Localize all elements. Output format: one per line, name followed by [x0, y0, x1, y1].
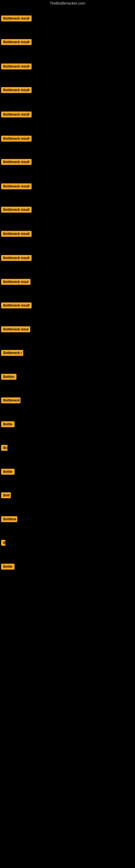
- bottleneck-result-row[interactable]: Bottleneck result: [1, 63, 32, 70]
- bottleneck-result-row[interactable]: Bottleneck result: [1, 112, 32, 119]
- bottleneck-badge[interactable]: Bottleneck result: [1, 255, 32, 261]
- bottleneck-badge[interactable]: Bottleneck result: [1, 87, 32, 93]
- bottleneck-result-row[interactable]: B: [1, 540, 5, 547]
- bottleneck-badge[interactable]: Bottleneck result: [1, 16, 32, 22]
- bottleneck-badge[interactable]: Bottleneck result: [1, 183, 32, 189]
- bottleneck-result-row[interactable]: Bottleneck result: [1, 135, 32, 143]
- bottleneck-result-row[interactable]: Bottlen: [1, 374, 16, 381]
- bottleneck-badge[interactable]: Bottleneck result: [1, 303, 32, 308]
- bottleneck-result-row[interactable]: Bottleneck r: [1, 350, 23, 357]
- bottleneck-badge[interactable]: Bottle: [1, 469, 14, 475]
- bottleneck-result-row[interactable]: Bottleneck: [1, 397, 20, 404]
- bottleneck-result-row[interactable]: Bottleneck result: [1, 39, 32, 46]
- bottleneck-badge[interactable]: Bottle: [1, 421, 14, 427]
- bottleneck-badge[interactable]: Bott: [1, 492, 11, 498]
- bottleneck-result-row[interactable]: Bottleneck result: [1, 207, 32, 214]
- bottleneck-result-row[interactable]: Bottleneck result: [1, 255, 32, 262]
- bottleneck-result-row[interactable]: Bottleneck result: [1, 231, 32, 238]
- bottleneck-badge[interactable]: Bottleneck r: [1, 350, 23, 356]
- bottleneck-badge[interactable]: Bottleneck result: [1, 112, 32, 118]
- bottleneck-badge[interactable]: Bottleneck result: [1, 231, 32, 237]
- bottleneck-result-row[interactable]: Bottle: [1, 469, 14, 476]
- bottleneck-badge[interactable]: Bottlene: [1, 516, 17, 522]
- bottleneck-badge[interactable]: B: [1, 540, 5, 546]
- bottleneck-badge[interactable]: Bottleneck: [1, 397, 20, 403]
- bottleneck-badge[interactable]: Bottlen: [1, 374, 16, 380]
- bottleneck-result-row[interactable]: Bott: [1, 492, 11, 499]
- bottleneck-result-row[interactable]: Bottleneck result: [1, 87, 32, 94]
- bottleneck-badge[interactable]: Bottleneck result: [1, 39, 32, 45]
- site-title: TheBottlenecker.com: [0, 0, 135, 6]
- bottleneck-badge[interactable]: Bo: [1, 445, 8, 451]
- bottleneck-result-row[interactable]: Bottleneck result: [1, 159, 32, 166]
- bottleneck-result-row[interactable]: Bottlene: [1, 516, 17, 523]
- bottleneck-badge[interactable]: Bottleneck result: [1, 159, 32, 165]
- bottleneck-badge[interactable]: Bottleneck resul: [1, 279, 31, 285]
- bottleneck-badge[interactable]: Bottleneck resul: [1, 326, 30, 332]
- bottleneck-result-row[interactable]: Bottle: [1, 421, 14, 428]
- bottleneck-result-row[interactable]: Bottle: [1, 564, 14, 571]
- bottleneck-badge[interactable]: Bottleneck result: [1, 207, 32, 213]
- bottleneck-result-row[interactable]: Bottleneck resul: [1, 279, 31, 286]
- bottleneck-badge[interactable]: Bottle: [1, 564, 14, 569]
- bottleneck-result-row[interactable]: Bottleneck resul: [1, 326, 30, 333]
- bottleneck-result-row[interactable]: Bo: [1, 445, 8, 452]
- bottleneck-result-row[interactable]: Bottleneck result: [1, 183, 32, 190]
- bottleneck-result-row[interactable]: Bottleneck result: [1, 303, 32, 310]
- bottleneck-badge[interactable]: Bottleneck result: [1, 135, 32, 142]
- bottleneck-result-row[interactable]: Bottleneck result: [1, 16, 32, 23]
- bottleneck-badge[interactable]: Bottleneck result: [1, 63, 32, 69]
